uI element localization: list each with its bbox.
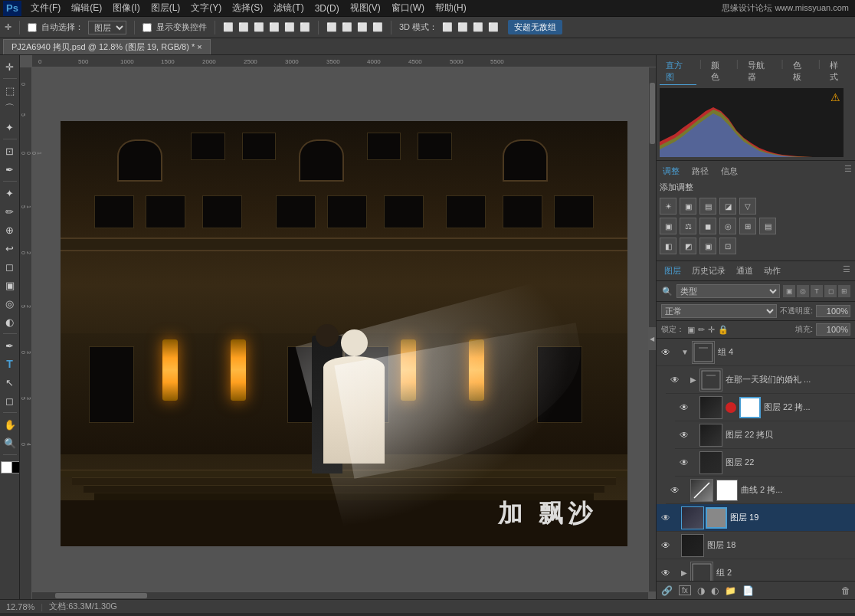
layers-tab-layers[interactable]: 图层 [661,264,684,277]
shape-tool[interactable]: ◻ [2,392,18,409]
menu-layer[interactable]: 图层(L) [146,0,185,16]
eraser-tool[interactable]: ◻ [2,258,18,275]
layer-eye-22[interactable]: 👁 [678,457,690,469]
lock-position-icon[interactable]: ✛ [708,325,715,335]
menu-window[interactable]: 窗口(W) [387,0,429,16]
menu-3d[interactable]: 3D(D) [310,2,344,15]
layer-row-19[interactable]: 👁 图层 19 [657,504,855,532]
adj-menu-btn[interactable]: ☰ [844,164,852,179]
layer-group-btn[interactable]: 📁 [725,585,736,596]
adj-gradient[interactable]: ▽ [739,198,756,215]
3d-pan-icon[interactable]: ⬜ [473,22,483,32]
align-right-icon[interactable]: ⬜ [254,22,264,32]
move-tool[interactable]: ✛ [5,22,11,32]
tab-navigator[interactable]: 导航器 [742,58,778,85]
menu-type[interactable]: 文字(Y) [186,0,226,16]
menu-edit[interactable]: 编辑(E) [67,0,106,16]
align-left-icon[interactable]: ⬜ [223,22,234,32]
hand-tool[interactable]: ✋ [2,416,18,433]
lock-transparent-icon[interactable]: ▣ [687,325,695,335]
menu-select[interactable]: 选择(S) [228,0,267,16]
adj-vibrance[interactable]: ▣ [660,218,676,234]
opacity-input[interactable] [816,305,850,317]
crop-tool[interactable]: ⊡ [2,143,18,159]
show-transform-checkbox[interactable] [142,23,152,32]
align-bottom-icon[interactable]: ⬜ [300,22,310,32]
menu-file[interactable]: 文件(F) [26,0,65,16]
clone-tool[interactable]: ⊕ [2,221,18,238]
history-brush-tool[interactable]: ↩ [2,240,18,257]
layer-row-wedding[interactable]: 👁 ▶ 在那一天我们的婚礼 ... [666,366,855,394]
layer-fx-btn[interactable]: fx [679,585,691,595]
layer-eye-22copy-plain[interactable]: 👁 [678,429,690,441]
layers-menu-btn[interactable]: ☰ [843,264,850,277]
3d-zoom-icon[interactable]: ⬜ [488,22,499,32]
distribute2-icon[interactable]: ⬜ [342,22,352,32]
path-select-tool[interactable]: ↖ [2,374,18,391]
layer-type-filter[interactable]: 类型 [676,284,780,298]
menu-image[interactable]: 图像(I) [108,0,144,16]
adj-gradmap[interactable]: ⊡ [719,238,736,254]
panel-collapse-btn[interactable]: ◀ [648,327,656,350]
fill-input[interactable] [816,323,850,336]
layer-eye-22copy[interactable]: 👁 [678,401,690,414]
layer-delete-btn[interactable]: 🗑 [841,585,850,596]
adj-brightness[interactable]: ☀ [660,198,676,215]
blur-tool[interactable]: ◎ [2,295,18,312]
layer-link-btn[interactable]: 🔗 [661,585,673,596]
layers-tab-actions[interactable]: 动作 [761,264,784,277]
brush-tool[interactable]: ✏ [2,203,18,220]
group2-arrow[interactable]: ▶ [681,568,687,577]
layer-row-18[interactable]: 👁 图层 18 [657,532,855,559]
layer-row-22copy-plain[interactable]: 👁 图层 22 拷贝 [675,421,855,449]
filter-shape-icon[interactable]: ◻ [824,285,837,297]
adj-tab-paths[interactable]: 路径 [689,164,712,179]
dodge-tool[interactable]: ◐ [2,313,18,330]
gradient-tool[interactable]: ▣ [2,277,18,293]
layer-eye-19[interactable]: 👁 [660,512,672,524]
adj-hsl[interactable]: ⚖ [680,218,696,234]
zoom-tool[interactable]: 🔍 [2,434,18,451]
distribute3-icon[interactable]: ⬜ [357,22,368,32]
adj-levels[interactable]: ▣ [680,198,696,215]
menu-view[interactable]: 视图(V) [346,0,385,16]
adj-tab-adjustments[interactable]: 调整 [660,164,683,179]
adj-bw[interactable]: ◎ [719,218,736,234]
layer-eye-group2[interactable]: 👁 [660,567,672,579]
adj-tab-info[interactable]: 信息 [718,164,741,179]
file-tab[interactable]: PJ2A6940 拷贝.psd @ 12.8% (图层 19, RGB/8) *… [3,39,211,54]
adj-exposure[interactable]: ◪ [719,198,736,215]
tab-color[interactable]: 颜色 [705,58,733,85]
adj-colorbalance[interactable]: ◼ [699,218,716,234]
filter-smartobj-icon[interactable]: ⊞ [838,285,850,297]
align-top-icon[interactable]: ⬜ [269,22,280,32]
eyedropper-tool[interactable]: ✒ [2,161,18,178]
filter-pixel-icon[interactable]: ▣ [783,285,795,297]
layer-adj-btn[interactable]: ◐ [711,585,719,596]
layer-row-group2[interactable]: 👁 ▶ 组 2 [657,559,855,581]
adj-curves[interactable]: ▤ [699,198,716,215]
3d-icon[interactable]: ⬜ [442,22,453,32]
blend-mode-select[interactable]: 正常 [661,304,777,318]
align-middle-icon[interactable]: ⬜ [284,22,295,32]
layer-row-curve2[interactable]: 👁 曲线 2 拷... [666,477,855,504]
layer-eye-wedding[interactable]: 👁 [669,374,681,386]
layer-eye-curve2[interactable]: 👁 [669,484,681,496]
tab-histogram[interactable]: 直方图 [660,58,696,85]
distribute4-icon[interactable]: ⬜ [372,22,383,32]
group4-arrow[interactable]: ▼ [681,348,689,356]
layer-mask-btn[interactable]: ◑ [697,585,705,596]
lasso-tool[interactable]: ⌒ [2,100,18,117]
background-color[interactable] [11,461,21,473]
horizontal-scrollbar[interactable] [32,591,648,599]
tab-swatches[interactable]: 色板 [787,58,815,85]
3d-rotate-icon[interactable]: ⬜ [457,22,468,32]
layer-row-group4[interactable]: 👁 ▼ 组 4 [657,339,855,366]
tab-styles[interactable]: 样式 [824,58,852,85]
marquee-tool[interactable]: ⬚ [2,82,18,99]
menu-filter[interactable]: 滤镜(T) [269,0,308,16]
type-tool[interactable]: T [2,356,18,372]
adj-threshold[interactable]: ▣ [699,238,716,254]
v-scroll-thumb[interactable] [650,83,655,144]
adj-channelmix[interactable]: ⊞ [739,218,756,234]
